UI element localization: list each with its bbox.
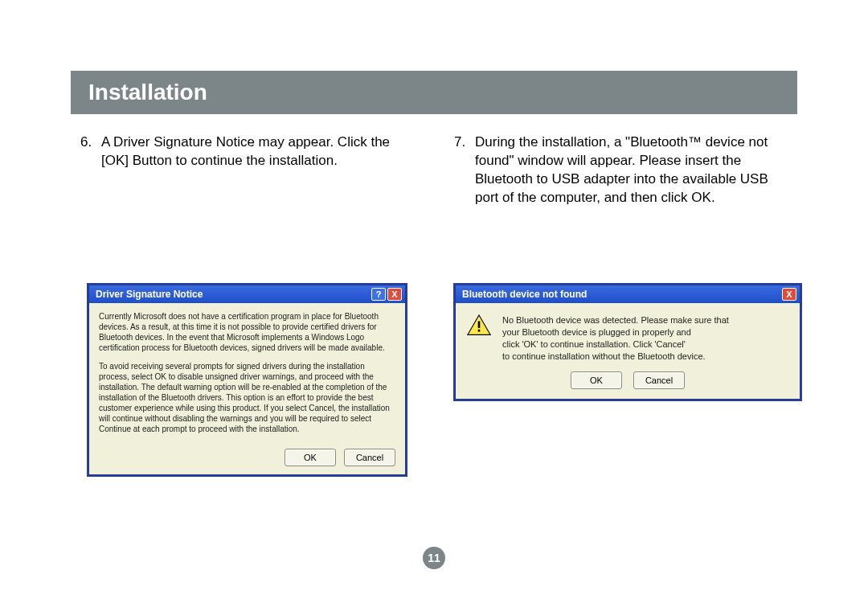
cancel-button[interactable]: Cancel [344,449,395,466]
dialog-button-row: OK Cancel [89,449,405,474]
svg-rect-1 [478,321,481,327]
dialog-button-row: OK Cancel [456,367,800,399]
svg-rect-2 [478,330,481,332]
dialog-body: Currently Microsoft does not have a cert… [89,303,405,449]
driver-signature-dialog: Driver Signature Notice ? X Currently Mi… [87,283,407,477]
dialog-line: click 'OK' to continue installation. Cli… [502,338,729,351]
ok-button[interactable]: OK [285,449,336,466]
dialog-paragraph: Currently Microsoft does not have a cert… [99,311,395,353]
page-number-badge: 11 [423,547,445,569]
dialog-titlebar: Driver Signature Notice ? X [89,285,405,303]
dialog-paragraph: To avoid receiving several prompts for s… [99,361,395,434]
step-number: 7. [454,133,475,207]
dialog-titlebar: Bluetooth device not found X [456,285,800,303]
dialog-message: No Bluetooth device was detected. Please… [502,314,729,362]
step-text: A Driver Signature Notice may appear. Cl… [101,133,414,170]
close-icon[interactable]: X [782,288,796,301]
ok-button[interactable]: OK [571,371,622,389]
dialog-line: your Bluetooth device is plugged in prop… [502,326,729,338]
steps-row: 6. A Driver Signature Notice may appear.… [80,133,788,207]
close-icon[interactable]: X [387,288,402,301]
dialog-title: Bluetooth device not found [462,289,780,300]
bluetooth-not-found-dialog: Bluetooth device not found X No Bluetoot… [453,283,802,401]
cancel-button[interactable]: Cancel [633,371,685,389]
step-6: 6. A Driver Signature Notice may appear.… [80,133,414,207]
dialog-body: No Bluetooth device was detected. Please… [456,303,800,367]
section-header: Installation [71,71,797,114]
warning-icon [467,314,491,337]
dialog-title: Driver Signature Notice [96,289,370,300]
step-number: 6. [80,133,101,170]
dialog-line: No Bluetooth device was detected. Please… [502,314,729,326]
step-7: 7. During the installation, a "Bluetooth… [454,133,788,207]
step-text: During the installation, a "Bluetooth™ d… [475,133,788,207]
dialog-line: to continue installation without the Blu… [502,351,729,363]
section-title: Installation [88,80,207,105]
help-icon[interactable]: ? [371,288,386,301]
page-number: 11 [0,547,868,569]
